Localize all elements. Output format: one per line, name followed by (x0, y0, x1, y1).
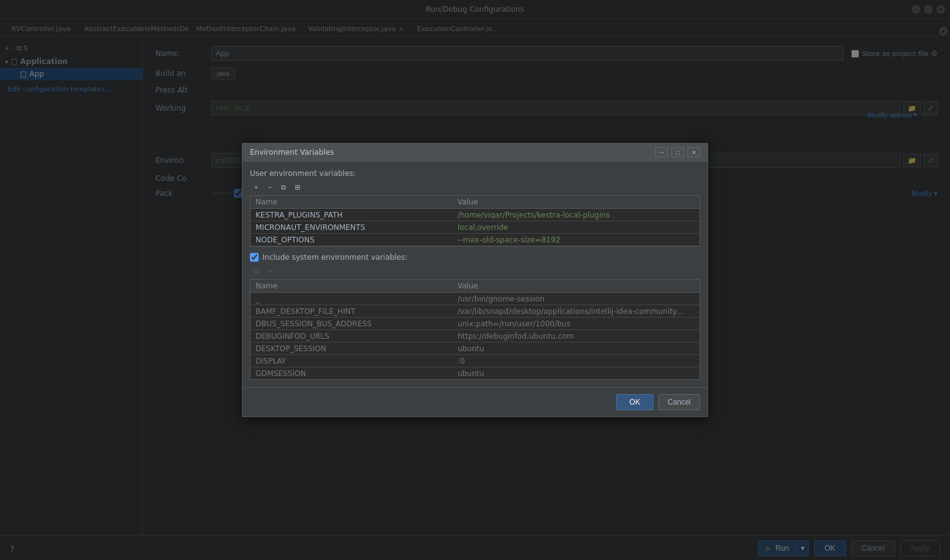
system-undo-btn[interactable] (264, 265, 276, 277)
environment-variables-modal: Environment Variables ─ □ ✕ User environ… (242, 143, 708, 417)
user-env-table: Name Value KESTRA_PLUGINS_PATH /home/viq… (251, 196, 699, 246)
sys-value-cell: ubuntu (453, 342, 699, 355)
system-env-table-wrapper: Name Value _ /usr/bin/gnome-session BAMF… (250, 279, 700, 380)
modal-cancel-button[interactable]: Cancel (658, 394, 700, 410)
sys-value-cell: /usr/bin/gnome-session (453, 293, 699, 305)
modal-footer: OK Cancel (242, 387, 708, 416)
user-name-header: Name (251, 196, 453, 209)
modal-body: User environment variables: (242, 162, 708, 387)
copy-sys-icon (254, 267, 259, 275)
table-row[interactable]: DBUS_SESSION_BUS_ADDRESS unix:path=/run/… (251, 318, 699, 330)
modal-close-button[interactable]: ✕ (688, 147, 700, 157)
modal-maximize-button[interactable]: □ (671, 147, 684, 157)
user-toolbar (250, 181, 700, 193)
system-env-table: Name Value _ /usr/bin/gnome-session BAMF… (251, 280, 699, 379)
sys-name-cell: DEBUGINFOD_URLS (251, 330, 453, 342)
sys-value-cell: ubuntu (453, 367, 699, 380)
paste-env-button[interactable] (291, 181, 303, 193)
table-row[interactable]: BAMF_DESKTOP_FILE_HINT /var/lib/snapd/de… (251, 305, 699, 318)
env-value-cell: /home/viqar/Projects/kestra-local-plugin… (453, 209, 699, 221)
remove-env-button[interactable] (264, 181, 276, 193)
system-table-scroll[interactable]: Name Value _ /usr/bin/gnome-session BAMF… (251, 280, 699, 379)
sys-name-cell: _ (251, 293, 453, 305)
sys-name-cell: GDMSESSION (251, 367, 453, 380)
user-env-table-wrapper: Name Value KESTRA_PLUGINS_PATH /home/viq… (250, 195, 700, 247)
sys-value-cell: :0 (453, 355, 699, 367)
system-copy-btn[interactable] (250, 265, 262, 277)
sys-name-header: Name (251, 280, 453, 293)
table-row[interactable]: MICRONAUT_ENVIRONMENTS local,override (251, 221, 699, 234)
copy-env-button[interactable] (277, 181, 290, 193)
modal-controls[interactable]: ─ □ ✕ (655, 147, 700, 157)
undo-icon (267, 267, 273, 275)
include-system-label[interactable]: Include system environment variables: (262, 253, 408, 262)
env-name-cell: KESTRA_PLUGINS_PATH (251, 209, 453, 221)
include-system-checkbox[interactable] (250, 253, 259, 262)
user-section-label: User environment variables: (250, 169, 700, 178)
table-row[interactable]: DESKTOP_SESSION ubuntu (251, 342, 699, 355)
table-row[interactable]: DISPLAY :0 (251, 355, 699, 367)
add-env-button[interactable] (250, 181, 262, 193)
table-row[interactable]: _ /usr/bin/gnome-session (251, 293, 699, 305)
modal-title-bar: Environment Variables ─ □ ✕ (242, 144, 708, 162)
sys-value-cell: https://debuginfod.ubuntu.com (453, 330, 699, 342)
sys-value-header: Value (453, 280, 699, 293)
include-system-row: Include system environment variables: (250, 253, 700, 262)
table-row[interactable]: GDMSESSION ubuntu (251, 367, 699, 380)
minus-icon (268, 183, 272, 191)
modal-title: Environment Variables (250, 148, 334, 157)
modal-overlay: Environment Variables ─ □ ✕ User environ… (0, 0, 950, 560)
user-value-header: Value (453, 196, 699, 209)
sys-name-cell: DBUS_SESSION_BUS_ADDRESS (251, 318, 453, 330)
env-name-cell: MICRONAUT_ENVIRONMENTS (251, 221, 453, 234)
sys-name-cell: DISPLAY (251, 355, 453, 367)
plus-icon (254, 183, 258, 191)
env-value-cell: --max-old-space-size=8192 (453, 234, 699, 246)
sys-value-cell: /var/lib/snapd/desktop/applications/inte… (453, 305, 699, 318)
sys-name-cell: DESKTOP_SESSION (251, 342, 453, 355)
modal-minimize-button[interactable]: ─ (655, 147, 668, 157)
env-name-cell: NODE_OPTIONS (251, 234, 453, 246)
env-value-cell: local,override (453, 221, 699, 234)
sys-value-cell: unix:path=/run/user/1000/bus (453, 318, 699, 330)
modal-ok-button[interactable]: OK (616, 394, 653, 410)
table-row[interactable]: NODE_OPTIONS --max-old-space-size=8192 (251, 234, 699, 246)
paste-icon (295, 183, 300, 191)
sys-name-cell: BAMF_DESKTOP_FILE_HINT (251, 305, 453, 318)
table-row[interactable]: KESTRA_PLUGINS_PATH /home/viqar/Projects… (251, 209, 699, 221)
copy-icon (281, 183, 286, 191)
system-toolbar (250, 265, 700, 277)
table-row[interactable]: DEBUGINFOD_URLS https://debuginfod.ubunt… (251, 330, 699, 342)
